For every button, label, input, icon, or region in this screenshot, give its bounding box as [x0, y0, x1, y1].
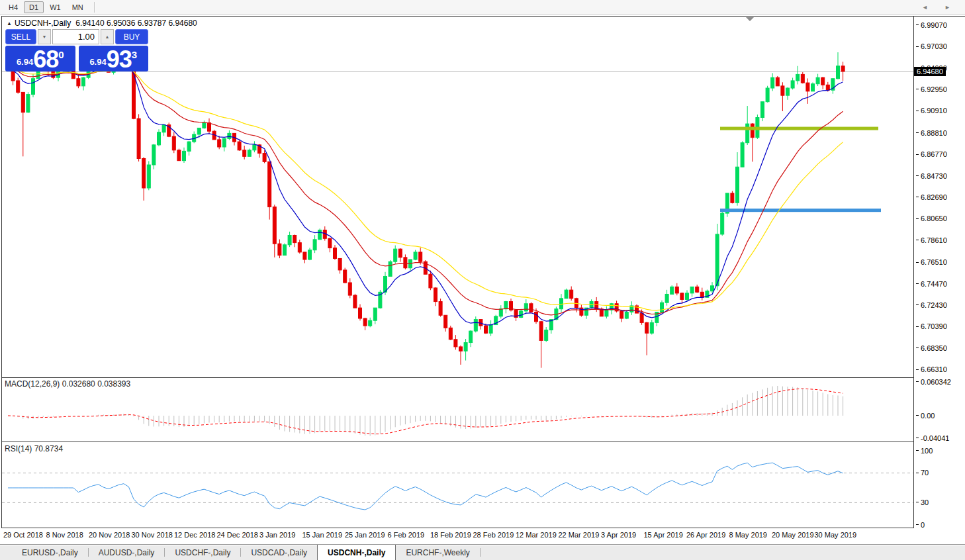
macd-tick: -0.04041 [916, 434, 949, 442]
rsi-indicator-pane[interactable] [2, 442, 913, 528]
price-tick: 6.82690 [916, 193, 947, 201]
one-click-trade-panel: SELL ▼ ▲ BUY 6.94 68 0 6.94 93 3 [5, 29, 148, 71]
macd-signal-line [8, 389, 843, 434]
date-tick: 26 Apr 2019 [686, 531, 725, 539]
chart-tab-usdcad[interactable]: USDCAD-,Daily [241, 545, 317, 560]
price-tick: 6.99070 [916, 21, 947, 29]
chart-tab-eurusd[interactable]: EURUSD-,Daily [12, 545, 88, 560]
price-tick: 6.66310 [916, 365, 947, 374]
date-tick: 30 May 2019 [815, 531, 857, 539]
toolbar-separator [94, 2, 95, 13]
chart-frame-edge [914, 16, 965, 17]
price-tick: 6.76510 [916, 258, 947, 267]
candles [7, 46, 845, 367]
buy-price-main: 93 [107, 50, 132, 70]
buy-price-display[interactable]: 6.94 93 3 [79, 46, 149, 71]
chart-tab-usdchf[interactable]: USDCHF-,Daily [165, 545, 240, 560]
timeframe-toolbar: H4D1W1MN [0, 0, 965, 15]
price-tick: 6.78610 [916, 236, 947, 244]
price-tick: 6.70390 [916, 322, 947, 331]
chart-tab-audusd[interactable]: AUDUSD-,Daily [89, 545, 165, 560]
price-tick: 6.84730 [916, 171, 947, 180]
date-tick: 12 Mar 2019 [516, 531, 557, 539]
date-tick: 28 Feb 2019 [473, 531, 514, 539]
macd-indicator-pane[interactable] [2, 378, 913, 442]
price-tick: 6.72430 [916, 301, 947, 309]
date-tick: 25 Jan 2019 [345, 531, 385, 539]
rsi-tick: 30 [916, 498, 929, 506]
price-tick: 6.74470 [916, 279, 947, 288]
timeframe-button-mn[interactable]: MN [67, 1, 89, 13]
volume-decrease-button[interactable]: ▼ [38, 29, 51, 44]
chart-tab-eurchf[interactable]: EURCHF-,Weekly [396, 545, 479, 560]
rsi-label: RSI(14) 70.8734 [5, 444, 63, 453]
tab-divider [480, 548, 481, 557]
date-tick: 3 Jan 2019 [259, 531, 295, 539]
chart-title: ▲USDCNH-,Daily6.94140 6.95036 6.93787 6.… [7, 19, 197, 28]
date-tick: 8 May 2019 [729, 531, 767, 539]
ohlc-values: 6.94140 6.95036 6.93787 6.94680 [75, 19, 197, 28]
date-tick: 18 Feb 2019 [430, 531, 471, 539]
collapse-arrow-icon[interactable]: ▲ [7, 21, 12, 26]
macd-tick: 0.00 [916, 411, 935, 420]
chart-shift-marker-icon[interactable] [746, 17, 754, 21]
date-tick: 8 Nov 2018 [46, 531, 83, 539]
date-tick: 15 Apr 2019 [644, 531, 683, 539]
date-tick: 15 Jan 2019 [302, 531, 343, 539]
macd-label: MACD(12,26,9) 0.032680 0.038393 [5, 379, 130, 389]
date-tick: 20 May 2019 [772, 531, 814, 539]
buy-price-prefix: 6.94 [89, 57, 106, 67]
sell-button[interactable]: SELL [5, 29, 36, 44]
sell-price-display[interactable]: 6.94 68 0 [5, 46, 75, 71]
timeframe-button-h4[interactable]: H4 [3, 1, 23, 13]
tab-scroll-left-icon[interactable]: ◄ [922, 4, 928, 11]
date-tick: 24 Dec 2018 [217, 531, 258, 539]
price-tick: 6.90910 [916, 107, 947, 115]
time-scale[interactable]: 29 Oct 20188 Nov 201820 Nov 201830 Nov 2… [2, 529, 913, 542]
current-price-tag: 6.94680 [914, 67, 946, 76]
price-tick: 6.97030 [916, 42, 947, 51]
sell-price-pip: 0 [58, 49, 64, 60]
date-tick: 29 Oct 2018 [3, 531, 43, 539]
volume-increase-button[interactable]: ▲ [101, 29, 114, 44]
chart-tab-bar: EURUSD-,DailyAUDUSD-,DailyUSDCHF-,DailyU… [0, 544, 965, 560]
timeframe-button-d1[interactable]: D1 [24, 1, 44, 13]
timeframe-button-w1[interactable]: W1 [44, 1, 66, 13]
buy-price-pip: 3 [132, 49, 137, 60]
macd-histogram [8, 386, 843, 436]
date-tick: 22 Mar 2019 [559, 531, 600, 539]
price-tick: 6.92950 [916, 85, 947, 93]
buy-button[interactable]: BUY [115, 29, 148, 44]
date-tick: 30 Nov 2018 [132, 531, 173, 539]
price-tick: 6.80650 [916, 214, 947, 223]
date-tick: 12 Dec 2018 [174, 531, 215, 539]
price-tick: 6.68350 [916, 344, 947, 352]
symbol-period-label: USDCNH-,Daily [15, 19, 71, 28]
chart-tab-usdcnh[interactable]: USDCNH-,Daily [317, 545, 396, 560]
date-tick: 20 Nov 2018 [89, 531, 130, 539]
sell-price-prefix: 6.94 [17, 57, 33, 67]
resistance-line[interactable] [720, 127, 878, 130]
tab-scroll-right-icon[interactable]: ► [944, 4, 950, 11]
price-tick: 6.88810 [916, 128, 947, 137]
sell-price-main: 68 [33, 50, 58, 70]
price-tick: 6.86770 [916, 150, 947, 159]
rsi-tick: 0 [916, 520, 925, 529]
date-tick: 6 Feb 2019 [388, 531, 425, 539]
rsi-tick: 100 [916, 446, 933, 455]
macd-tick: 0.060342 [916, 377, 951, 386]
rsi-tick: 70 [916, 469, 929, 477]
volume-input[interactable] [52, 29, 99, 44]
date-tick: 3 Apr 2019 [601, 531, 636, 539]
